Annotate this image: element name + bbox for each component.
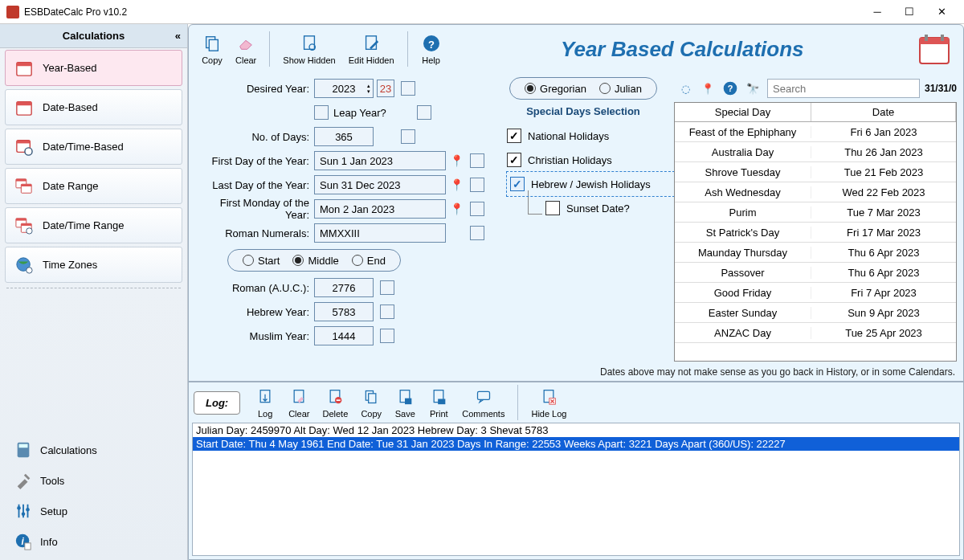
auc-input[interactable]	[314, 278, 374, 297]
calendar-picker-button[interactable]: 23	[377, 80, 394, 97]
close-button[interactable]: ✕	[925, 1, 958, 23]
table-row[interactable]: PurimTue 7 Mar 2023	[675, 202, 956, 223]
leap-year-checkbox[interactable]	[314, 105, 329, 120]
table-row[interactable]: Easter SundaySun 9 Apr 2023	[675, 303, 956, 323]
first-day-input[interactable]	[314, 151, 446, 170]
log-copy-button[interactable]: Copy	[354, 385, 388, 420]
special-days-selection: Gregorian Julian Special Days Selection …	[492, 76, 674, 362]
roman-input[interactable]	[314, 223, 446, 243]
search-input[interactable]	[767, 79, 920, 98]
radio-gregorian[interactable]: Gregorian	[525, 83, 586, 95]
tree-connector	[528, 190, 542, 215]
hide-log-button[interactable]: Hide Log	[525, 385, 573, 420]
radio-end[interactable]: End	[352, 255, 386, 267]
log-print-button[interactable]: Print	[422, 385, 455, 420]
help-icon[interactable]: ?	[721, 80, 739, 97]
collapse-sidebar-icon[interactable]: «	[175, 30, 181, 42]
log-content[interactable]: Julian Day: 2459970 Alt Day: Wed 12 Jan …	[192, 423, 960, 556]
pin-icon[interactable]: 📍	[699, 80, 717, 97]
table-header-date[interactable]: Date	[811, 103, 956, 121]
hebrew-year-input[interactable]	[314, 302, 374, 321]
table-row[interactable]: Ash WednesdayWed 22 Feb 2023	[675, 182, 956, 202]
bottom-item-label: Setup	[40, 505, 67, 517]
log-toolbar: Log: Log Clear Delete Copy Save Print Co…	[189, 382, 963, 423]
christian-holidays-row[interactable]: Christian Holidays	[507, 148, 674, 172]
table-row[interactable]: ANZAC DayTue 25 Apr 2023	[675, 323, 956, 343]
log-comments-button[interactable]: Comments	[455, 385, 511, 420]
sidebar-item-date-based[interactable]: Date-Based	[5, 89, 182, 125]
pin-icon[interactable]: 📍	[449, 178, 464, 192]
copy-button[interactable]: Copy	[195, 31, 229, 67]
sunset-date-row[interactable]: Sunset Date?	[528, 196, 674, 220]
sidebar-item-date-range[interactable]: Date Range	[5, 168, 182, 204]
bottom-item-tools[interactable]: Tools	[0, 465, 187, 496]
muslim-year-hide-checkbox[interactable]	[380, 329, 394, 343]
last-day-input[interactable]	[314, 175, 446, 194]
last-day-hide-checkbox[interactable]	[470, 178, 484, 192]
national-holidays-row[interactable]: National Holidays	[507, 124, 674, 148]
calculator-icon	[14, 441, 32, 459]
sidebar-item-datetime-range[interactable]: Date/Time Range	[5, 207, 182, 243]
clear-button[interactable]: Clear	[229, 31, 263, 67]
edit-hidden-button[interactable]: Edit Hidden	[342, 31, 401, 67]
cell-special-day: Easter Sunday	[675, 307, 811, 319]
log-line-selected[interactable]: Start Date: Thu 4 May 1961 End Date: Tue…	[193, 437, 959, 451]
svg-point-15	[27, 227, 32, 233]
sunset-date-checkbox[interactable]	[545, 201, 560, 215]
table-header-special-day[interactable]: Special Day	[675, 103, 811, 121]
log-save-button[interactable]: Save	[388, 385, 422, 420]
binoculars-icon[interactable]: 🔭	[744, 80, 762, 97]
table-row[interactable]: Good FridayFri 7 Apr 2023	[675, 283, 956, 303]
sidebar-item-time-zones[interactable]: Time Zones	[5, 247, 182, 283]
table-row[interactable]: Shrove TuesdayTue 21 Feb 2023	[675, 162, 956, 182]
nodays-hide-checkbox[interactable]	[401, 129, 415, 144]
first-monday-hide-checkbox[interactable]	[470, 202, 484, 216]
minimize-button[interactable]: ─	[861, 1, 893, 23]
cell-special-day: Passover	[675, 267, 811, 279]
log-label: Log:	[194, 391, 240, 415]
sidebar-item-datetime-based[interactable]: Date/Time-Based	[5, 129, 182, 165]
help-icon: ?	[421, 33, 442, 54]
bottom-item-setup[interactable]: Setup	[0, 496, 187, 526]
help-button[interactable]: ?Help	[415, 31, 448, 67]
log-clear-button[interactable]: Clear	[282, 385, 316, 420]
leap-year-hide-checkbox[interactable]	[417, 105, 431, 120]
log-delete-button[interactable]: Delete	[316, 385, 354, 420]
sidebar-title: Calculations	[63, 30, 125, 42]
christian-holidays-checkbox[interactable]	[507, 153, 521, 167]
hebrew-year-hide-checkbox[interactable]	[380, 305, 394, 319]
maximize-button[interactable]: ☐	[893, 1, 925, 23]
table-row[interactable]: St Patrick's DayFri 17 Mar 2023	[675, 223, 956, 243]
first-monday-input[interactable]	[314, 199, 446, 219]
national-holidays-checkbox[interactable]	[507, 129, 521, 143]
show-hidden-button[interactable]: Show Hidden	[276, 31, 341, 67]
sidebar-item-year-based[interactable]: Year-Based	[5, 50, 182, 86]
search-counter: 31/31/0	[925, 83, 957, 94]
bottom-item-info[interactable]: i Info	[0, 526, 187, 557]
muslim-year-input[interactable]	[314, 326, 374, 345]
bottom-item-calculations[interactable]: Calculations	[0, 435, 187, 465]
table-row[interactable]: Feast of the EphiphanyFri 6 Jan 2023	[675, 122, 956, 142]
hebrew-holidays-checkbox[interactable]	[510, 177, 525, 191]
muslim-year-label: Muslim Year:	[195, 330, 314, 342]
radio-middle[interactable]: Middle	[292, 255, 338, 267]
first-day-hide-checkbox[interactable]	[470, 153, 484, 168]
table-row[interactable]: Australia DayThu 26 Jan 2023	[675, 142, 956, 162]
table-row[interactable]: PassoverThu 6 Apr 2023	[675, 263, 956, 283]
desired-year-hide-checkbox[interactable]	[401, 81, 415, 96]
desired-year-input[interactable]: 2023	[314, 79, 374, 98]
log-button[interactable]: Log	[248, 385, 282, 420]
pin-icon[interactable]: 📍	[449, 202, 464, 216]
auc-hide-checkbox[interactable]	[380, 280, 394, 295]
log-line[interactable]: Julian Day: 2459970 Alt Day: Wed 12 Jan …	[193, 423, 959, 437]
svg-text:?: ?	[728, 84, 733, 93]
roman-hide-checkbox[interactable]	[470, 226, 484, 240]
radio-start[interactable]: Start	[243, 255, 280, 267]
nodays-input[interactable]	[314, 127, 374, 146]
radio-julian[interactable]: Julian	[599, 83, 642, 95]
svg-rect-30	[209, 39, 218, 51]
pin-icon[interactable]: 📍	[449, 153, 464, 168]
print-icon	[428, 386, 449, 407]
table-row[interactable]: Maunday ThursdayThu 6 Apr 2023	[675, 243, 956, 263]
document-x-icon	[538, 386, 559, 407]
